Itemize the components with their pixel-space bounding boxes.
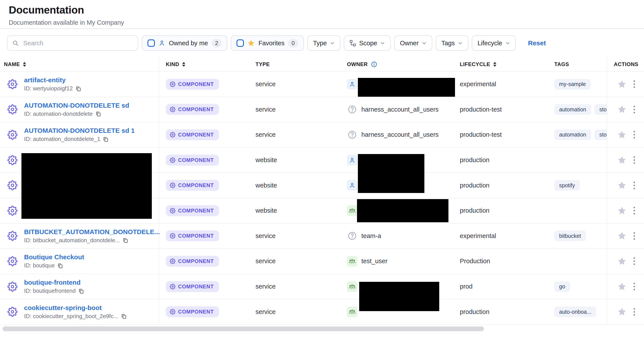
tags-cell [554,148,607,172]
kind-chip[interactable]: COMPONENT [166,180,219,191]
entity-name-link[interactable]: artifact-entity [24,76,81,84]
tag-chip[interactable]: automation [554,130,591,140]
tag-chip[interactable]: automation [554,104,591,115]
kind-chip[interactable]: COMPONENT [166,129,219,140]
tag-chip[interactable]: spotify [554,180,580,190]
favorite-star-icon[interactable] [617,156,626,165]
gear-icon [170,106,176,112]
favorite-star-icon[interactable] [617,257,626,266]
entity-name-link[interactable]: AUTOMATION-DONOTDELETE sd [24,102,129,109]
tag-chip[interactable]: stor [594,104,607,115]
copy-id-icon[interactable] [96,111,101,116]
search-input-wrapper [7,36,138,51]
favorite-star-icon[interactable] [617,282,626,291]
copy-id-icon[interactable] [57,263,63,268]
lifecycle-filter-dropdown[interactable]: Lifecycle [472,36,516,51]
more-actions-kebab-icon[interactable] [632,206,636,216]
scope-filter-dropdown[interactable]: Scope [344,36,391,51]
lifecycle-value: Production [460,258,490,265]
entity-name-link[interactable]: AUTOMATION-DONOTDELETE sd 1 [24,127,135,134]
more-actions-kebab-icon[interactable] [632,281,636,292]
entity-name-link[interactable]: cookiecutter-spring-boot [24,304,127,312]
copy-id-icon[interactable] [121,313,127,319]
tag-chip[interactable]: bitbucket [554,230,586,241]
entity-name-link[interactable]: Boutique Checkout [24,253,84,261]
more-actions-kebab-icon[interactable] [632,155,636,165]
info-icon[interactable] [371,61,377,68]
kind-chip[interactable]: COMPONENT [166,205,219,216]
more-actions-kebab-icon[interactable] [632,180,636,190]
gear-icon [170,233,176,239]
more-actions-kebab-icon[interactable] [632,307,636,317]
entity-name-link[interactable]: BITBUCKET_AUTOMATION_DONOTDELE... [24,228,159,236]
lifecycle-cell: production-test [460,97,554,122]
copy-id-icon[interactable] [103,136,108,142]
copy-id-icon[interactable] [76,86,81,92]
page-title: Documentation [9,4,635,16]
actions-cell [607,72,644,97]
kind-chip-label: COMPONENT [178,284,214,290]
kind-chip[interactable]: COMPONENT [166,230,219,241]
redaction-box [22,153,152,219]
tag-chip[interactable]: my-sample [554,79,590,90]
favorite-star-icon[interactable] [617,105,626,114]
lifecycle-cell: experimental [460,224,554,248]
kind-chip[interactable]: COMPONENT [166,155,219,166]
kind-chip[interactable]: COMPONENT [166,104,219,115]
table-row: Boutique CheckoutID: boutiqueCOMPONENTse… [0,249,644,274]
column-header-lifecycle[interactable]: LIFECYCLE [460,57,554,71]
scope-dropdown-label: Scope [359,40,377,47]
favorite-star-icon[interactable] [617,130,626,139]
favorite-star-icon[interactable] [617,307,626,316]
type-cell: service [256,224,347,248]
more-actions-kebab-icon[interactable] [632,79,636,89]
owner-group-icon [347,206,358,216]
owner-name: team-a [362,232,381,240]
entity-name-link[interactable]: boutique-frontend [24,279,84,286]
tags-filter-dropdown[interactable]: Tags [436,36,468,51]
entity-id: ID: automation-donotdelete [24,110,129,117]
favorite-star-icon[interactable] [617,206,626,215]
copy-id-icon[interactable] [122,238,128,243]
kind-chip[interactable]: COMPONENT [166,281,219,292]
favorite-star-icon[interactable] [617,80,626,89]
column-header-kind[interactable]: KIND [159,57,256,71]
lifecycle-cell: production [460,198,554,223]
kind-cell: COMPONENT [159,122,256,147]
lifecycle-cell: production-test [460,122,554,147]
favorite-star-icon[interactable] [617,181,626,190]
favorites-checkbox[interactable] [236,40,244,47]
owned-by-me-count: 2 [212,39,222,48]
owned-by-me-checkbox[interactable] [148,40,155,47]
owner-filter-dropdown[interactable]: Owner [394,36,432,51]
owner-group-icon [347,256,358,266]
kind-chip[interactable]: COMPONENT [166,79,219,90]
entity-name-block: BITBUCKET_AUTOMATION_DONOTDELE...ID: bit… [24,228,159,244]
tags-dropdown-label: Tags [442,40,455,47]
table-row: cookiecutter-spring-bootID: cookiecutter… [0,299,644,325]
entity-name-block: artifact-entityID: wertyuiopoigf12 [24,76,81,92]
horizontal-scrollbar-thumb[interactable] [2,326,484,331]
more-actions-kebab-icon[interactable] [632,130,636,140]
kind-chip[interactable]: COMPONENT [166,306,219,317]
type-filter-dropdown[interactable]: Type [307,36,340,51]
copy-id-icon[interactable] [78,288,84,294]
tag-chip[interactable]: go [554,281,570,292]
kind-cell: COMPONENT [159,173,256,198]
column-header-name[interactable]: NAME [0,57,159,71]
more-actions-kebab-icon[interactable] [632,104,636,115]
owned-by-me-filter[interactable]: Owned by me 2 [142,36,227,51]
more-actions-kebab-icon[interactable] [632,231,636,241]
entity-id: ID: boutique [24,262,84,269]
name-cell: artifact-entityID: wertyuiopoigf12 [0,72,159,97]
owner-name: harness_account_all_users [362,131,438,138]
more-actions-kebab-icon[interactable] [632,256,636,266]
tag-chip[interactable]: stor [594,130,607,140]
tag-chip[interactable]: auto-onboa... [554,306,596,317]
type-value: website [256,156,277,164]
favorites-filter[interactable]: Favorites 0 [231,36,304,51]
favorite-star-icon[interactable] [617,231,626,240]
reset-filters-link[interactable]: Reset [528,40,546,47]
kind-chip[interactable]: COMPONENT [166,256,219,267]
search-input[interactable] [22,39,133,47]
